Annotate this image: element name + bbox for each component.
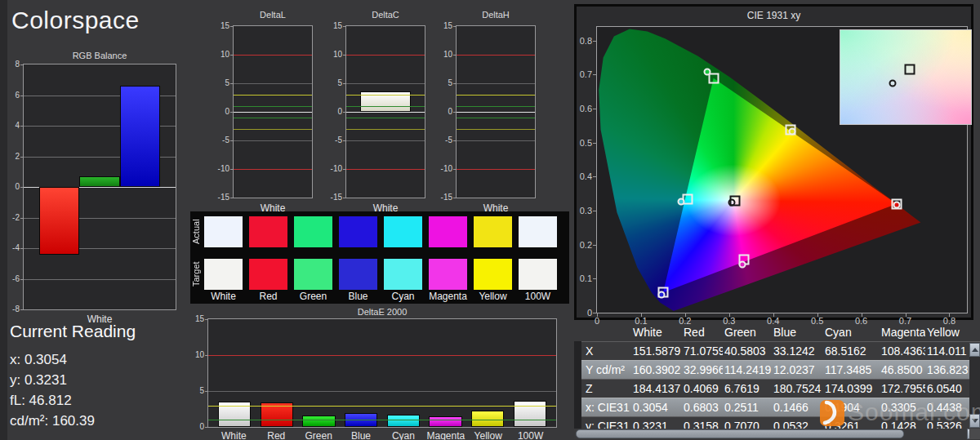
axis-tick-mark (20, 64, 24, 65)
scrollbar-thumb[interactable] (576, 429, 904, 438)
axis-tick-label: 8 (15, 60, 20, 69)
category-label: Green (297, 430, 340, 440)
reference-line (346, 95, 425, 96)
y-axis-tick-mark (593, 211, 597, 211)
axis-tick-label: 10 (220, 50, 229, 58)
target-swatch-red (249, 259, 287, 290)
y-axis-tick-mark (593, 278, 597, 279)
reference-line (457, 112, 535, 113)
y-axis-tick-mark (593, 245, 597, 246)
table-row: Y cd/m²160.390232.9966114.241912.0237117… (574, 360, 980, 379)
y-axis-tick-label: 0.6 (580, 104, 592, 113)
swatch-column-label: Red (246, 291, 291, 302)
axis-tick-label: -5 (222, 136, 229, 144)
bar-blue (120, 86, 161, 187)
chart-title: DeltaL (233, 10, 313, 20)
column-header: Cyan (823, 326, 880, 339)
chart-title: CIE 1931 xy (577, 10, 971, 21)
category-label: White (212, 430, 255, 440)
chart-plot-area: 151050-5-10-15 (456, 25, 536, 198)
target-swatch-magenta (429, 259, 467, 290)
scroll-down-button[interactable] (969, 414, 980, 428)
table-row: x: CIE310.30540.68030.25110.14660.19040.… (574, 398, 980, 416)
chart-plot-area: 86420-2-4-6-8 (23, 64, 176, 310)
reference-line (208, 406, 556, 407)
cyan-measured-marker (677, 198, 684, 206)
chart-plot-area: 151050 (207, 318, 557, 428)
chart-plot-area: 151050-5-10-15 (345, 25, 425, 198)
target-swatch-cyan (384, 259, 422, 290)
x-axis-tick-mark (862, 313, 862, 317)
reference-line (457, 169, 535, 170)
measurement-grid: WhiteRedGreenBlueCyanMagentaYellowX151.5… (574, 323, 980, 435)
horizontal-scrollbar[interactable] (574, 429, 980, 439)
reference-line (346, 83, 425, 84)
arrow-up-icon (972, 348, 978, 352)
y-axis-tick-mark (593, 41, 597, 42)
white-point-zoom-inset (840, 29, 972, 126)
reference-line (457, 95, 535, 96)
axis-tick-mark (205, 319, 208, 320)
actual-swatch-cyan (384, 216, 422, 247)
value-cell: 0.3305 (880, 401, 925, 414)
actual-swatch-white (204, 216, 243, 247)
axis-tick-label: -10 (218, 165, 229, 173)
measurement-table: WhiteRedGreenBlueCyanMagentaYellowX151.5… (574, 323, 980, 440)
y-axis-tick-mark (593, 313, 597, 313)
value-cell: 6.7619 (723, 382, 772, 395)
axis-tick-label: -4 (12, 244, 20, 252)
scrollbar-corner (969, 429, 980, 439)
page-title: Colorspace (11, 7, 140, 34)
vertical-scrollbar[interactable] (969, 343, 980, 428)
y-axis-tick-label: 0.3 (580, 206, 592, 216)
actual-swatch-red (249, 216, 287, 247)
value-cell: 71.0759 (682, 344, 723, 358)
value-cell: 33.1242 (772, 344, 823, 358)
axis-tick-label: 5 (225, 78, 229, 87)
axis-tick-mark (230, 198, 234, 198)
axis-tick-label: -15 (218, 193, 229, 202)
axis-tick-label: -8 (12, 305, 20, 313)
x-axis-tick-mark (817, 313, 818, 317)
current-reading-title: Current Reading (10, 322, 136, 341)
axis-tick-mark (453, 198, 457, 198)
swatch-column-label: Yellow (470, 291, 515, 302)
reference-line (346, 129, 425, 130)
value-cell: 108.4363 (880, 344, 925, 358)
value-cell: 0.3054 (631, 401, 682, 414)
reference-line (457, 140, 535, 141)
axis-tick-label: 0 (199, 423, 204, 431)
magenta-measured-marker (739, 260, 746, 268)
white-measured-marker (728, 199, 735, 207)
axis-tick-label: -6 (12, 274, 20, 282)
chart-plot-area: 151050-5-10-15 (233, 25, 313, 198)
column-header: Blue (772, 326, 823, 339)
target-swatch-100w (519, 259, 557, 290)
axis-tick-label: 6 (15, 91, 20, 99)
reference-line (234, 83, 312, 84)
bar-magenta (429, 416, 461, 427)
chart-title: DeltaH (456, 10, 536, 20)
y-axis-tick-mark (593, 176, 597, 177)
bar-green (302, 416, 335, 427)
reference-line (346, 169, 425, 170)
current-reading-block: Current Reading x: 0.3054 y: 0.3231 fL: … (10, 322, 136, 431)
scroll-up-button[interactable] (969, 343, 980, 357)
reading-cdm2: cd/m²: 160.39 (10, 411, 136, 431)
delta-h-chart: DeltaH 151050-5-10-15 White (431, 7, 546, 217)
axis-tick-label: -15 (441, 193, 452, 202)
arrow-down-icon (972, 419, 978, 423)
delta-e-2000-chart: DeltaE 2000 151050 WhiteRedGreenBlueCyan… (189, 305, 569, 440)
axis-tick-mark (20, 309, 24, 310)
axis-tick-label: 0 (448, 108, 452, 116)
axis-tick-label: 2 (15, 152, 20, 160)
green-measured-marker (704, 69, 711, 76)
value-cell: 114.2419 (723, 363, 772, 376)
row-header-gutter (574, 341, 581, 431)
axis-tick-mark (205, 427, 208, 428)
axis-tick-label: -10 (331, 165, 342, 173)
yellow-measured-marker (789, 128, 796, 136)
axis-tick-label: 15 (443, 22, 452, 30)
chart-title: DeltaE 2000 (207, 307, 557, 317)
category-label: 100W (510, 430, 552, 440)
